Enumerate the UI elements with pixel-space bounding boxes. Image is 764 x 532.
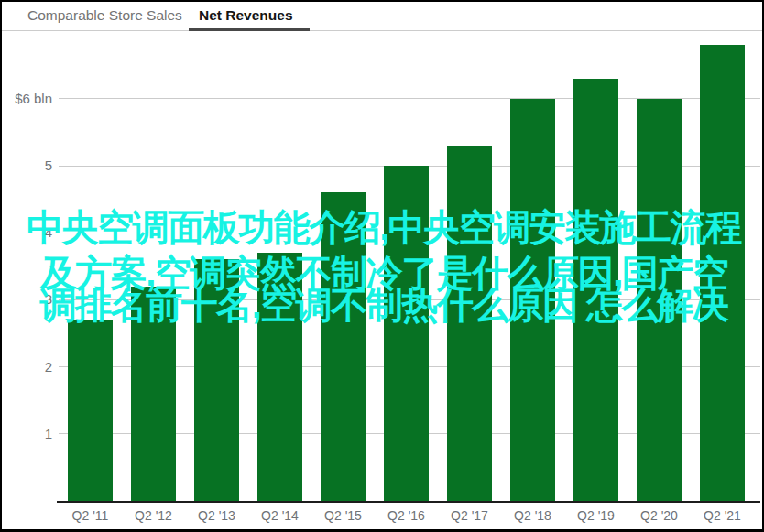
x-axis-tick-label: Q2 '19 [565, 508, 628, 523]
x-axis-line [57, 501, 760, 503]
x-axis-tick-label: Q2 '18 [502, 508, 564, 523]
tab-comparable-store-sales[interactable]: Comparable Store Sales [27, 6, 182, 25]
x-axis-tick-label: Q2 '15 [312, 508, 375, 523]
y-axis-tick-label: $6 bln [2, 91, 52, 107]
bar-q2-15[interactable] [321, 192, 366, 501]
bar-q2-12[interactable] [131, 287, 176, 501]
x-axis-tick-label: Q2 '12 [123, 508, 185, 523]
x-axis-tick-label: Q2 '14 [249, 508, 311, 523]
y-axis-tick-label: 5 [2, 157, 52, 174]
y-axis-tick-label: 3 [2, 291, 52, 308]
tab-net-revenues[interactable]: Net Revenues [199, 6, 293, 25]
bar-q2-18[interactable] [510, 99, 555, 501]
bar-q2-14[interactable] [257, 253, 302, 501]
y-axis-tick-label: 2 [2, 359, 52, 375]
bar-q2-13[interactable] [194, 259, 239, 501]
y-axis-tick-label: 4 [2, 224, 52, 241]
x-axis-tick-label: Q2 '13 [186, 508, 248, 523]
bar-q2-21[interactable] [700, 45, 745, 501]
x-axis-tick-label: Q2 '20 [628, 508, 691, 523]
chart-widget: Comparable Store Sales Net Revenues $6 b… [0, 0, 764, 532]
x-axis-tick-label: Q2 '17 [439, 508, 501, 523]
x-axis-tick-label: Q2 '21 [692, 508, 754, 523]
bar-q2-11[interactable] [68, 320, 113, 501]
bar-q2-20[interactable] [637, 99, 682, 501]
x-axis-tick-label: Q2 '11 [60, 508, 122, 523]
active-tab-underline [189, 28, 310, 31]
tab-separator-line [2, 30, 762, 31]
bar-q2-17[interactable] [447, 146, 492, 501]
bar-q2-19[interactable] [573, 79, 618, 501]
y-axis-tick-label: 1 [2, 426, 52, 442]
bar-q2-16[interactable] [384, 166, 429, 501]
x-axis-tick-label: Q2 '16 [376, 508, 438, 523]
